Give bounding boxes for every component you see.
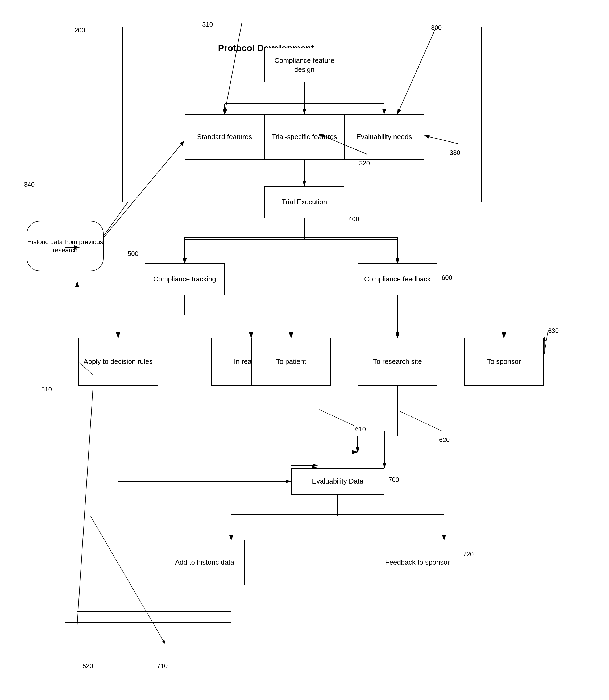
compliance-feature-design-box: Compliance feature design: [264, 48, 344, 83]
feedback-to-sponsor-box: Feedback to sponsor: [378, 540, 457, 585]
evaluability-data-box: Evaluability Data: [291, 468, 384, 495]
label-720: 720: [463, 551, 474, 558]
label-330: 330: [450, 149, 460, 156]
label-710: 710: [157, 662, 168, 670]
compliance-feedback-box: Compliance feedback: [358, 263, 437, 295]
trial-execution-box: Trial Execution: [264, 186, 344, 218]
label-340: 340: [24, 181, 35, 188]
label-300: 300: [431, 24, 442, 31]
diagram: Protocol Development Compliance feature …: [0, 0, 609, 700]
label-620: 620: [439, 436, 450, 444]
add-to-historic-data-box: Add to historic data: [165, 540, 244, 585]
standard-features-box: Standard features: [185, 114, 264, 160]
label-600: 600: [442, 274, 452, 281]
historic-data-box: Historic data from previous research: [27, 221, 104, 271]
label-630: 630: [548, 327, 559, 335]
label-200: 200: [74, 26, 85, 34]
label-520: 520: [83, 662, 93, 670]
trial-specific-features-box: Trial-specific features: [264, 114, 344, 160]
to-sponsor-box: To sponsor: [464, 338, 544, 385]
apply-to-decision-rules-box: Apply to decision rules: [78, 338, 158, 385]
compliance-tracking-box: Compliance tracking: [145, 263, 225, 295]
label-310: 310: [202, 21, 213, 28]
to-research-site-box: To research site: [358, 338, 437, 385]
label-510: 510: [41, 385, 52, 393]
label-320: 320: [359, 160, 370, 167]
evaluability-needs-box: Evaluability needs: [344, 114, 424, 160]
label-500: 500: [128, 250, 138, 257]
to-patient-box: To patient: [251, 338, 331, 385]
label-400: 400: [349, 215, 359, 223]
svg-line-41: [77, 385, 93, 625]
label-700: 700: [388, 476, 399, 484]
label-610: 610: [355, 426, 366, 433]
